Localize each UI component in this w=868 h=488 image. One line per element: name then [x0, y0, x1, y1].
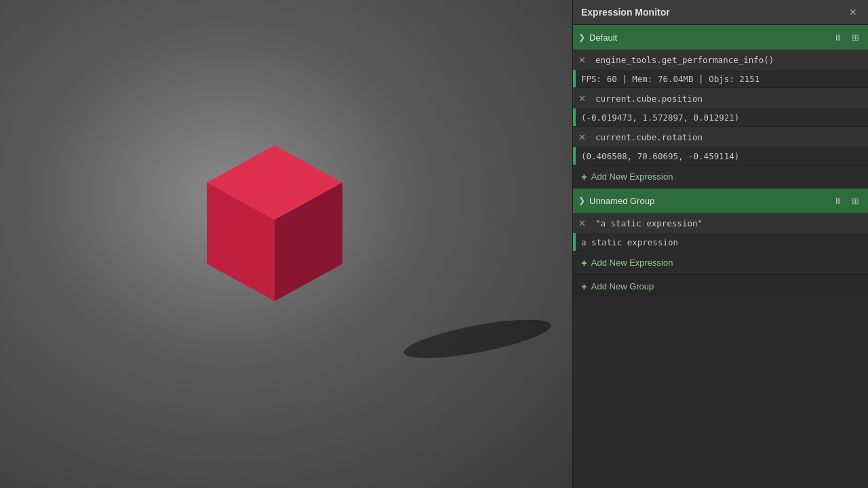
expression-entry-1: ✕ engine_tools.get_performance_info() FP…	[573, 49, 868, 88]
cube-svg	[193, 138, 356, 328]
group-default-header-right: ⏸ ⊞	[830, 31, 863, 44]
expression-4-value: a static expression	[576, 235, 684, 250]
expression-3-close-button[interactable]: ✕	[573, 129, 591, 145]
expression-input-row-2: ✕ current.cube.position	[573, 88, 868, 108]
group-unnamed-header-right: ⏸ ⊞	[830, 195, 863, 207]
add-expression-unnamed-icon: +	[581, 257, 587, 268]
group-unnamed-header-left: ❯ Unnamed Group	[578, 196, 654, 206]
group-default-header-left: ❯ Default	[578, 33, 617, 43]
cube-container	[193, 138, 356, 330]
expression-1-value: FPS: 60 | Mem: 76.04MB | Objs: 2151	[576, 71, 765, 87]
expression-value-row-1: FPS: 60 | Mem: 76.04MB | Objs: 2151	[573, 70, 868, 87]
expression-2-input: current.cube.position	[591, 91, 868, 106]
add-group-label: Add New Group	[591, 281, 654, 291]
group-unnamed-header[interactable]: ❯ Unnamed Group ⏸ ⊞	[573, 188, 868, 213]
floor-shadow	[401, 312, 553, 366]
group-default-header[interactable]: ❯ Default ⏸ ⊞	[573, 25, 868, 49]
expression-monitor-panel: Expression Monitor ✕ ❯ Default ⏸ ⊞ ✕ eng…	[572, 0, 868, 488]
group-default-pause-button[interactable]: ⏸	[830, 31, 846, 44]
add-group-icon: +	[581, 281, 587, 292]
group-default-expand-button[interactable]: ⊞	[848, 31, 863, 44]
expression-value-row-3: (0.406508, 70.60695, -0.459114)	[573, 147, 868, 165]
panel-header: Expression Monitor ✕	[573, 0, 868, 25]
expression-2-close-button[interactable]: ✕	[573, 91, 591, 106]
expression-entry-4: ✕ "a static expression" a static express…	[573, 213, 868, 251]
expression-3-value: (0.406508, 70.60695, -0.459114)	[576, 148, 745, 164]
group-unnamed-pause-button[interactable]: ⏸	[830, 195, 846, 207]
group-default: ❯ Default ⏸ ⊞ ✕ engine_tools.get_perform…	[573, 25, 868, 188]
add-group-button[interactable]: + Add New Group	[573, 274, 868, 298]
expression-1-close-button[interactable]: ✕	[573, 52, 591, 68]
expression-entry-3: ✕ current.cube.rotation (0.406508, 70.60…	[573, 127, 868, 165]
group-unnamed-expand-button[interactable]: ⊞	[848, 195, 863, 207]
add-expression-default-icon: +	[581, 171, 587, 182]
group-unnamed: ❯ Unnamed Group ⏸ ⊞ ✕ "a static expressi…	[573, 188, 868, 274]
expression-value-row-4: a static expression	[573, 233, 868, 251]
expression-3-input: current.cube.rotation	[591, 129, 868, 145]
add-expression-unnamed-button[interactable]: + Add New Expression	[573, 251, 868, 274]
panel-title: Expression Monitor	[581, 7, 670, 18]
expression-4-input: "a static expression"	[591, 216, 868, 231]
expression-value-row-2: (-0.019473, 1.572897, 0.012921)	[573, 108, 868, 126]
expression-1-input: engine_tools.get_performance_info()	[591, 52, 868, 68]
expression-4-close-button[interactable]: ✕	[573, 216, 591, 231]
expression-entry-2: ✕ current.cube.position (-0.019473, 1.57…	[573, 88, 868, 127]
expression-input-row-3: ✕ current.cube.rotation	[573, 127, 868, 147]
add-expression-default-label: Add New Expression	[591, 171, 673, 182]
group-default-chevron: ❯	[578, 33, 585, 42]
expression-input-row-4: ✕ "a static expression"	[573, 213, 868, 233]
group-unnamed-chevron: ❯	[578, 196, 585, 205]
3d-viewport	[0, 0, 572, 488]
panel-close-button[interactable]: ✕	[846, 5, 860, 19]
group-default-name: Default	[589, 33, 617, 43]
add-expression-default-button[interactable]: + Add New Expression	[573, 165, 868, 188]
add-expression-unnamed-label: Add New Expression	[591, 258, 673, 268]
expression-input-row-1: ✕ engine_tools.get_performance_info()	[573, 49, 868, 70]
panel-content: ❯ Default ⏸ ⊞ ✕ engine_tools.get_perform…	[573, 25, 868, 488]
group-unnamed-name: Unnamed Group	[589, 196, 654, 206]
expression-2-value: (-0.019473, 1.572897, 0.012921)	[576, 110, 745, 125]
